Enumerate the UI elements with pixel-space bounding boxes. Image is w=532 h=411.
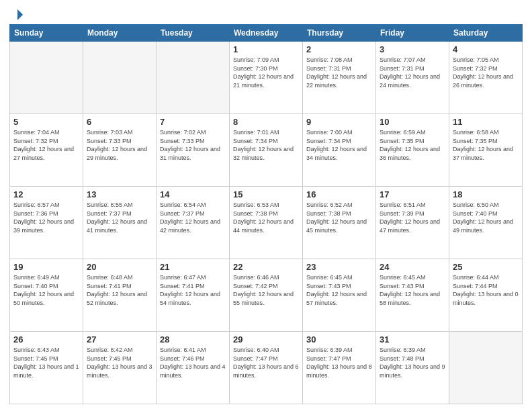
calendar-cell: 15Sunrise: 6:53 AMSunset: 7:38 PMDayligh… (230, 187, 303, 259)
day-info: Sunrise: 6:41 AMSunset: 7:46 PMDaylight:… (160, 346, 226, 379)
calendar-cell: 8Sunrise: 7:01 AMSunset: 7:34 PMDaylight… (230, 114, 303, 187)
calendar-week-row: 12Sunrise: 6:57 AMSunset: 7:36 PMDayligh… (10, 187, 523, 259)
day-info: Sunrise: 7:00 AMSunset: 7:34 PMDaylight:… (306, 128, 372, 162)
day-number: 22 (233, 262, 299, 272)
day-number: 23 (306, 262, 372, 272)
calendar-cell: 27Sunrise: 6:42 AMSunset: 7:45 PMDayligh… (83, 332, 157, 404)
calendar-day-header: Thursday (303, 25, 376, 42)
calendar-header-row: SundayMondayTuesdayWednesdayThursdayFrid… (10, 25, 523, 42)
day-info: Sunrise: 7:08 AMSunset: 7:31 PMDaylight:… (306, 56, 372, 89)
day-number: 19 (13, 262, 79, 272)
day-number: 21 (160, 262, 226, 272)
calendar-cell: 1Sunrise: 7:09 AMSunset: 7:30 PMDaylight… (230, 42, 303, 114)
day-info: Sunrise: 6:46 AMSunset: 7:42 PMDaylight:… (233, 273, 299, 307)
day-info: Sunrise: 6:42 AMSunset: 7:45 PMDaylight:… (87, 346, 152, 379)
calendar-cell: 31Sunrise: 6:39 AMSunset: 7:48 PMDayligh… (376, 332, 449, 404)
day-number: 6 (87, 117, 152, 127)
calendar-cell: 28Sunrise: 6:41 AMSunset: 7:46 PMDayligh… (157, 332, 230, 404)
day-info: Sunrise: 6:59 AMSunset: 7:35 PMDaylight:… (380, 128, 445, 162)
day-number: 2 (306, 44, 372, 54)
calendar-cell: 25Sunrise: 6:44 AMSunset: 7:44 PMDayligh… (449, 259, 523, 332)
calendar-table: SundayMondayTuesdayWednesdayThursdayFrid… (9, 24, 523, 404)
day-info: Sunrise: 6:58 AMSunset: 7:35 PMDaylight:… (453, 128, 519, 162)
calendar-cell: 2Sunrise: 7:08 AMSunset: 7:31 PMDaylight… (303, 42, 376, 114)
day-number: 26 (13, 334, 79, 345)
day-number: 14 (160, 189, 226, 199)
day-number: 12 (13, 189, 79, 199)
day-info: Sunrise: 6:51 AMSunset: 7:39 PMDaylight:… (380, 201, 445, 234)
day-number: 7 (160, 117, 226, 127)
calendar-day-header: Saturday (449, 25, 523, 42)
day-info: Sunrise: 6:57 AMSunset: 7:36 PMDaylight:… (13, 201, 79, 234)
day-number: 1 (233, 44, 299, 54)
calendar-week-row: 5Sunrise: 7:04 AMSunset: 7:32 PMDaylight… (10, 114, 523, 187)
day-info: Sunrise: 7:02 AMSunset: 7:33 PMDaylight:… (160, 128, 226, 162)
calendar-day-header: Tuesday (157, 25, 230, 42)
calendar-cell: 14Sunrise: 6:54 AMSunset: 7:37 PMDayligh… (157, 187, 230, 259)
day-info: Sunrise: 6:49 AMSunset: 7:40 PMDaylight:… (13, 273, 79, 307)
calendar-day-header: Friday (376, 25, 449, 42)
day-info: Sunrise: 6:39 AMSunset: 7:47 PMDaylight:… (306, 346, 372, 379)
calendar-cell: 12Sunrise: 6:57 AMSunset: 7:36 PMDayligh… (10, 187, 83, 259)
calendar-cell: 24Sunrise: 6:45 AMSunset: 7:43 PMDayligh… (376, 259, 449, 332)
calendar-cell (157, 42, 230, 114)
day-info: Sunrise: 6:45 AMSunset: 7:43 PMDaylight:… (380, 273, 445, 307)
header (9, 8, 523, 19)
calendar-cell: 29Sunrise: 6:40 AMSunset: 7:47 PMDayligh… (230, 332, 303, 404)
calendar-cell (83, 42, 157, 114)
calendar-cell: 17Sunrise: 6:51 AMSunset: 7:39 PMDayligh… (376, 187, 449, 259)
day-number: 20 (87, 262, 152, 272)
calendar-cell: 9Sunrise: 7:00 AMSunset: 7:34 PMDaylight… (303, 114, 376, 187)
day-info: Sunrise: 6:55 AMSunset: 7:37 PMDaylight:… (87, 201, 152, 234)
calendar-cell: 5Sunrise: 7:04 AMSunset: 7:32 PMDaylight… (10, 114, 83, 187)
day-number: 10 (380, 117, 445, 127)
day-info: Sunrise: 6:52 AMSunset: 7:38 PMDaylight:… (306, 201, 372, 234)
day-number: 9 (306, 117, 372, 127)
day-info: Sunrise: 6:45 AMSunset: 7:43 PMDaylight:… (306, 273, 372, 307)
calendar-cell: 30Sunrise: 6:39 AMSunset: 7:47 PMDayligh… (303, 332, 376, 404)
day-number: 16 (306, 189, 372, 199)
calendar-cell: 13Sunrise: 6:55 AMSunset: 7:37 PMDayligh… (83, 187, 157, 259)
calendar-week-row: 19Sunrise: 6:49 AMSunset: 7:40 PMDayligh… (10, 259, 523, 332)
day-number: 30 (306, 334, 372, 345)
calendar-day-header: Monday (83, 25, 157, 42)
day-number: 3 (380, 44, 445, 54)
day-number: 13 (87, 189, 152, 199)
day-info: Sunrise: 6:40 AMSunset: 7:47 PMDaylight:… (233, 346, 299, 379)
calendar-cell: 10Sunrise: 6:59 AMSunset: 7:35 PMDayligh… (376, 114, 449, 187)
day-number: 4 (453, 44, 519, 54)
day-info: Sunrise: 7:01 AMSunset: 7:34 PMDaylight:… (233, 128, 299, 162)
calendar-cell: 22Sunrise: 6:46 AMSunset: 7:42 PMDayligh… (230, 259, 303, 332)
day-info: Sunrise: 6:39 AMSunset: 7:48 PMDaylight:… (380, 346, 445, 379)
day-number: 29 (233, 334, 299, 345)
calendar-cell: 3Sunrise: 7:07 AMSunset: 7:31 PMDaylight… (376, 42, 449, 114)
day-info: Sunrise: 6:43 AMSunset: 7:45 PMDaylight:… (13, 346, 79, 379)
day-number: 28 (160, 334, 226, 345)
logo (9, 8, 24, 19)
calendar-cell: 21Sunrise: 6:47 AMSunset: 7:41 PMDayligh… (157, 259, 230, 332)
calendar-cell: 18Sunrise: 6:50 AMSunset: 7:40 PMDayligh… (449, 187, 523, 259)
day-number: 5 (13, 117, 79, 127)
day-number: 27 (87, 334, 152, 345)
page: SundayMondayTuesdayWednesdayThursdayFrid… (0, 0, 532, 411)
day-number: 15 (233, 189, 299, 199)
day-number: 11 (453, 117, 519, 127)
day-info: Sunrise: 6:44 AMSunset: 7:44 PMDaylight:… (453, 273, 519, 307)
day-info: Sunrise: 7:05 AMSunset: 7:32 PMDaylight:… (453, 56, 519, 89)
calendar-day-header: Wednesday (230, 25, 303, 42)
day-number: 18 (453, 189, 519, 199)
calendar-cell: 6Sunrise: 7:03 AMSunset: 7:33 PMDaylight… (83, 114, 157, 187)
day-info: Sunrise: 6:47 AMSunset: 7:41 PMDaylight:… (160, 273, 226, 307)
day-info: Sunrise: 6:54 AMSunset: 7:37 PMDaylight:… (160, 201, 226, 234)
day-number: 25 (453, 262, 519, 272)
day-info: Sunrise: 7:03 AMSunset: 7:33 PMDaylight:… (87, 128, 152, 162)
day-info: Sunrise: 6:48 AMSunset: 7:41 PMDaylight:… (87, 273, 152, 307)
calendar-cell (10, 42, 83, 114)
calendar-cell: 7Sunrise: 7:02 AMSunset: 7:33 PMDaylight… (157, 114, 230, 187)
calendar-cell: 19Sunrise: 6:49 AMSunset: 7:40 PMDayligh… (10, 259, 83, 332)
day-info: Sunrise: 6:50 AMSunset: 7:40 PMDaylight:… (453, 201, 519, 234)
day-info: Sunrise: 7:07 AMSunset: 7:31 PMDaylight:… (380, 56, 445, 89)
calendar-cell: 26Sunrise: 6:43 AMSunset: 7:45 PMDayligh… (10, 332, 83, 404)
day-number: 8 (233, 117, 299, 127)
calendar-cell: 16Sunrise: 6:52 AMSunset: 7:38 PMDayligh… (303, 187, 376, 259)
